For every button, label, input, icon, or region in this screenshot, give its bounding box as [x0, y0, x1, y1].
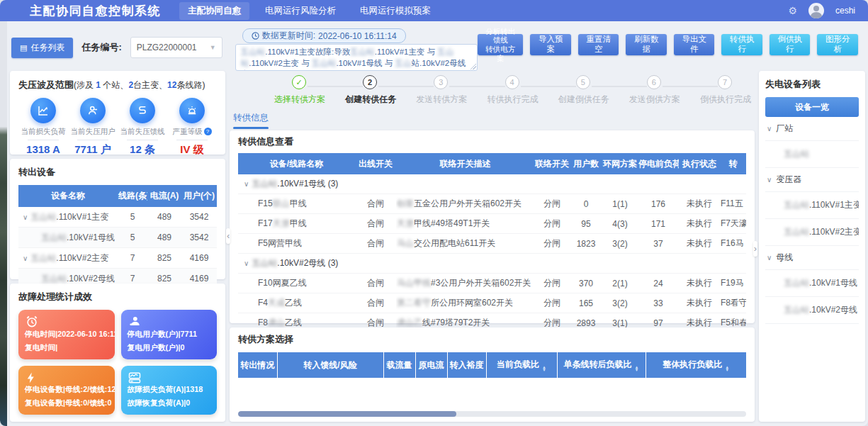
- tie-switch-desc-cell: 创星五金公用户外开关箱602开关: [396, 194, 534, 214]
- step-3[interactable]: 3发送转供方案: [434, 75, 449, 89]
- transfer-out-table: 设备名称线路(条)电流(A)用户(个) ∨五山站.110kV#1主变548935…: [18, 185, 217, 289]
- avatar[interactable]: [808, 3, 824, 18]
- toolbar-middle: 数据更新时间:2022-06-10 16:11:14 五山站.110kV#1主变…: [235, 28, 478, 71]
- expand-caret-icon[interactable]: ∨: [767, 254, 772, 262]
- toolbar-button[interactable]: 图形分析: [817, 34, 858, 55]
- step-4[interactable]: 4转供执行完成: [505, 75, 521, 89]
- tree-device-item[interactable]: 五山站.10kV#2母线: [765, 297, 859, 324]
- table-row[interactable]: F10网夏乙线合闸马山甲线#3公用户外开关箱602开关分闸3702(1)24未执…: [238, 274, 746, 293]
- transfer-target-cell: F7天濠: [720, 214, 746, 234]
- tree-group-row[interactable]: ∨厂站: [765, 117, 859, 141]
- column-header: 转: [720, 153, 746, 174]
- tie-switch-cell: 分闸: [534, 214, 570, 234]
- step-label: 倒供执行完成: [700, 94, 751, 106]
- step-connector: [308, 86, 363, 87]
- column-header: 用户(个): [181, 185, 217, 207]
- step-1[interactable]: ✓选择转供方案: [292, 75, 308, 89]
- impact-subtitle-part: (涉及: [74, 80, 96, 90]
- task-list-button[interactable]: ▤ 任务列表: [11, 38, 73, 58]
- table-row[interactable]: 五山站.10kV#1母线54893542: [18, 228, 217, 248]
- process-stepper: ✓选择转供方案2创建转供任务3发送转供方案4转供执行完成5创建倒供任务6发送倒供…: [230, 71, 755, 111]
- sort-icon[interactable]: ▲▼: [635, 366, 639, 371]
- tree-group-row[interactable]: ∨变压器: [765, 168, 859, 192]
- expand-caret-icon[interactable]: ∨: [767, 176, 772, 184]
- toolbar-button[interactable]: 刷新数据: [626, 34, 667, 55]
- column-header: 用户数: [570, 153, 602, 174]
- out-switch-cell: 合闸: [355, 234, 396, 254]
- expand-caret-icon[interactable]: ∨: [244, 259, 249, 267]
- gear-icon[interactable]: ⚙: [788, 5, 797, 16]
- sort-icon[interactable]: ▲▼: [725, 366, 729, 371]
- column-header: 载流量: [383, 352, 415, 378]
- toolbar-button[interactable]: 重置清空: [578, 34, 619, 55]
- column-header[interactable]: 单条线转后负载比▲▼: [557, 352, 646, 378]
- table-row[interactable]: F5网营甲线合闸马山交公用配电站611开关分闸18233(2)37未执行F16马: [238, 234, 746, 254]
- lines-cell: 5: [118, 228, 147, 248]
- tie-switch-desc-cell: 马山交公用配电站611开关: [396, 234, 534, 254]
- users-icon: [128, 315, 142, 332]
- out-switch-cell: 合闸: [355, 194, 396, 214]
- table-row[interactable]: F17天潦甲线合闸天潦甲线#49塔49T1开关分闸954(3)171未执行F7天…: [238, 214, 746, 234]
- expand-caret-icon[interactable]: ∨: [244, 180, 249, 188]
- group-row[interactable]: ∨五山站.10kV#2母线 (3): [238, 254, 746, 274]
- fault-stats-panel: 故障处理统计成效 停电时间|2022-06-10 16:11 复电时间| 停电用…: [10, 284, 225, 422]
- expand-caret-icon[interactable]: ∨: [23, 254, 28, 262]
- exec-status-cell: 未执行: [679, 293, 720, 313]
- device-name-cell: 五山站.10kV#1母线: [18, 228, 118, 248]
- loop-plan-cell: 3(2): [602, 293, 638, 313]
- toolbar-button[interactable]: 转供执行: [721, 34, 762, 55]
- tree-device-item[interactable]: 五山站.110kV#2主变: [765, 219, 859, 246]
- step-label: 选择转供方案: [274, 94, 325, 106]
- column-header: 联络开关: [534, 153, 570, 174]
- column-header[interactable]: 当前负载比▲▼: [486, 352, 557, 378]
- toolbar-button[interactable]: 导出文件: [674, 34, 715, 55]
- tree-device-item[interactable]: 五山站.10kV#1母线: [765, 270, 859, 297]
- step-circle: 7: [718, 75, 732, 89]
- step-7[interactable]: 7倒供执行完成: [718, 75, 733, 89]
- card-line: 复电时间|: [25, 341, 108, 354]
- collapse-right-chevron[interactable]: ›: [753, 241, 757, 257]
- tree-group-row[interactable]: ∨母线: [765, 246, 859, 270]
- sort-icon[interactable]: ▲▼: [542, 366, 546, 371]
- impact-subtitle-part: 个站、: [101, 80, 128, 90]
- step-5[interactable]: 5创建倒供任务: [576, 75, 592, 89]
- line-name-cell: F10网夏乙线: [238, 274, 355, 293]
- out-switch-cell: 合闸: [355, 274, 396, 293]
- step-circle: ✓: [292, 75, 306, 89]
- column-header: 联络开关描述: [396, 153, 534, 174]
- tab-transfer-info[interactable]: 转供信息: [231, 112, 271, 129]
- line-name-cell: F5网营甲线: [238, 234, 355, 254]
- header-right: ⚙ ceshi: [788, 3, 868, 18]
- table-row[interactable]: F15联山甲线合闸创星五金公用户外开关箱602开关分闸01(1)176未执行F1…: [238, 194, 746, 214]
- step-2[interactable]: 2创建转供任务: [363, 75, 378, 89]
- collapse-left-chevron[interactable]: ‹: [226, 228, 230, 244]
- expand-caret-icon[interactable]: ∨: [23, 213, 28, 221]
- task-number-select[interactable]: PLZG22000001 ▼: [130, 37, 222, 58]
- users-cell: 0: [570, 194, 602, 214]
- column-header: 电流(A): [147, 185, 181, 207]
- step-label: 发送转供方案: [416, 94, 467, 106]
- table-row[interactable]: ∨五山站.110kV#1主变54893542: [18, 207, 217, 228]
- step-6[interactable]: 6发送倒供方案: [647, 75, 663, 89]
- toolbar-button[interactable]: 导入预案: [530, 34, 571, 55]
- toolbar-button[interactable]: 倒供执行: [770, 34, 811, 55]
- nav-item[interactable]: 电网运行风险分析: [257, 2, 344, 20]
- table-row[interactable]: F4天成乙线合闸第二看守所公用环网室602开关分闸1653(2)33未执行F8看…: [238, 293, 746, 313]
- lost-feeders-icon: [130, 98, 155, 123]
- toolbar-button[interactable]: 分析转出馈线 转供电方案: [478, 34, 524, 55]
- tree-device-item[interactable]: 五山站: [765, 141, 859, 168]
- nav-item[interactable]: 主配协同自愈: [179, 2, 249, 20]
- nav-item[interactable]: 电网运行模拟预案: [351, 2, 439, 20]
- help-icon[interactable]: ?: [204, 128, 212, 135]
- exec-status-cell: 未执行: [679, 194, 720, 214]
- plan-table-hscrollbar[interactable]: [238, 411, 746, 417]
- table-row[interactable]: ∨五山站.110kV#2主变78254169: [18, 248, 217, 269]
- group-row[interactable]: ∨五山站.10kV#1母线 (3): [238, 174, 746, 194]
- expand-caret-icon[interactable]: ∨: [767, 125, 772, 133]
- main-nav: 主配协同自愈电网运行风险分析电网运行模拟预案: [179, 0, 439, 21]
- plan-select-panel: 转供方案选择 转出情况转入馈线/风险载流量原电流转入裕度当前负载比▲▼单条线转后…: [230, 327, 755, 422]
- loop-plan-cell: 2(1): [602, 274, 638, 293]
- tree-device-item[interactable]: 五山站.110kV#1主变: [765, 192, 859, 219]
- column-header[interactable]: 整体执行负载比▲▼: [646, 352, 746, 378]
- lines-cell: 7: [118, 248, 147, 269]
